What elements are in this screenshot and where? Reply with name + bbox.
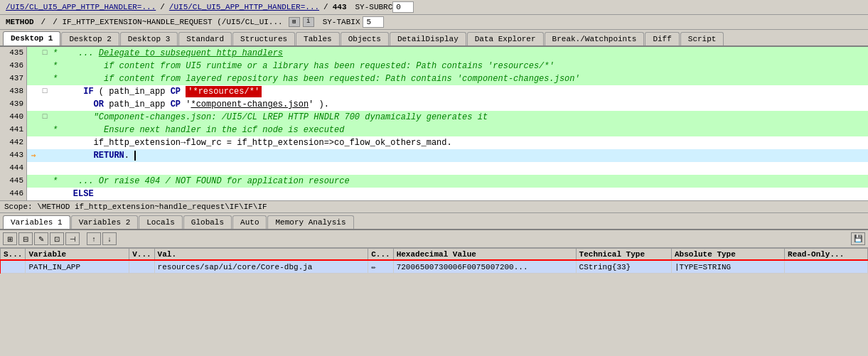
line-num-446: 446	[0, 188, 27, 200]
tab-desktop2[interactable]: Desktop 2	[61, 32, 119, 45]
code-area: 435 □ * ... Delegate to subsequent http …	[0, 47, 868, 201]
line-content-439: OR path_in_app CP '*component-changes.js…	[50, 98, 868, 111]
col-hex: Hexadecimal Value	[393, 249, 576, 261]
variables-panel: S... Variable V... Val. C... Hexadecimal…	[0, 248, 868, 274]
line-content-443: RETURN.	[50, 149, 868, 162]
code-line-436: 436 * if content from UI5 runtime or a l…	[0, 60, 868, 72]
col-c: C...	[368, 249, 393, 261]
var-cell-s	[1, 261, 26, 274]
toolbar-btn-4[interactable]: ⊡	[50, 232, 64, 245]
line-num-445: 445	[0, 175, 27, 188]
tab-desktop3[interactable]: Desktop 3	[120, 32, 178, 45]
desktop-tabs: Desktop 1 Desktop 2 Desktop 3 Standard S…	[0, 30, 868, 47]
field2-label: SY-TABIX	[323, 18, 360, 26]
line-content-444	[50, 162, 868, 175]
line-expand-435: □	[40, 47, 50, 60]
line-expand-439	[40, 98, 50, 111]
line-marker-440	[27, 111, 40, 124]
tab-breakwatchpoints[interactable]: Break./Watchpoints	[545, 32, 645, 45]
breadcrumb-path1[interactable]: /UI5/CL_UI5_APP_HTTP_HANDLER=...	[3, 2, 159, 12]
tab-globals[interactable]: Globals	[183, 215, 232, 229]
toolbar-btn-2[interactable]: ⊟	[18, 232, 33, 245]
code-line-444: 444	[0, 162, 868, 175]
line-expand-446	[40, 188, 50, 200]
toolbar-btn-7[interactable]: ↓	[102, 232, 117, 245]
line-marker-438	[27, 85, 40, 98]
line-marker-441	[27, 124, 40, 136]
var-cell-val: resources/sap/ui/core/Core-dbg.ja	[154, 261, 368, 274]
toolbar-btn-5[interactable]: ⊣	[65, 232, 80, 245]
breadcrumb-bar: /UI5/CL_UI5_APP_HTTP_HANDLER=... / /UI5/…	[0, 0, 868, 15]
line-num-439: 439	[0, 98, 27, 111]
tab-detaildisplay[interactable]: DetailDisplay	[390, 32, 466, 45]
line-expand-442	[40, 136, 50, 149]
var-header-row: S... Variable V... Val. C... Hexadecimal…	[1, 249, 868, 261]
var-cell-c[interactable]: ✏	[368, 261, 393, 274]
line-content-437: * if content from layered repository has…	[50, 72, 868, 85]
toolbar-btn-1[interactable]: ⊞	[3, 232, 17, 245]
tab-tables[interactable]: Tables	[296, 32, 340, 45]
tab-dataexplorer[interactable]: Data Explorer	[467, 32, 544, 45]
line-expand-444	[40, 162, 50, 175]
method-icon2: i	[303, 17, 314, 27]
line-expand-437	[40, 72, 50, 85]
line-marker-436	[27, 60, 40, 72]
line-expand-445	[40, 175, 50, 188]
line-expand-441	[40, 124, 50, 136]
line-num-444: 444	[0, 162, 27, 175]
tab-variables1[interactable]: Variables 1	[3, 215, 70, 229]
line-marker-437	[27, 72, 40, 85]
code-line-442: 442 if_http_extension→flow_rc = if_http_…	[0, 136, 868, 149]
line-arrow-443: ⇒	[27, 149, 40, 162]
tab-diff[interactable]: Diff	[645, 32, 679, 45]
bottom-tabs: Variables 1 Variables 2 Locals Globals A…	[0, 213, 868, 230]
col-s: S...	[1, 249, 26, 261]
method-label: METHOD	[3, 18, 37, 26]
tab-script[interactable]: Script	[680, 32, 724, 45]
line-num-435: 435	[0, 47, 27, 60]
line-expand-436	[40, 60, 50, 72]
tab-variables2[interactable]: Variables 2	[71, 215, 139, 229]
code-line-438: 438 □ IF ( path_in_app CP '*resources/*'	[0, 85, 868, 98]
line-num-440: 440	[0, 111, 27, 124]
line-content-436: * if content from UI5 runtime or a libra…	[50, 60, 868, 72]
toolbar-btn-3[interactable]: ✎	[34, 232, 48, 245]
code-line-440: 440 □ "Component-changes.json: /UI5/CL L…	[0, 111, 868, 124]
method-path: / IF_HTTP_EXTENSION~HANDLE_REQUEST (/UI5…	[50, 18, 285, 26]
var-row-path-in-app[interactable]: PATH_IN_APP resources/sap/ui/core/Core-d…	[1, 261, 868, 274]
toolbar-save: 💾	[851, 232, 865, 245]
line-marker-444	[27, 162, 40, 175]
var-cell-ro	[785, 261, 868, 274]
variables-table: S... Variable V... Val. C... Hexadecimal…	[0, 248, 868, 274]
tab-locals[interactable]: Locals	[139, 215, 183, 229]
tab-structures[interactable]: Structures	[232, 32, 295, 45]
bottom-toolbar: ⊞ ⊟ ✎ ⊡ ⊣ ↑ ↓ 💾	[0, 230, 868, 248]
toolbar-btn-6[interactable]: ↑	[87, 232, 101, 245]
col-variable: Variable	[26, 249, 129, 261]
field1-label: SY-SUBRC	[355, 3, 393, 11]
line-expand-438: □	[40, 85, 50, 98]
tab-auto[interactable]: Auto	[232, 215, 267, 229]
line-content-445: * ... Or raise 404 / NOT FOUND for appli…	[50, 175, 868, 188]
code-line-437: 437 * if content from layered repository…	[0, 72, 868, 85]
tab-memory-analysis[interactable]: Memory Analysis	[267, 215, 353, 229]
line-marker-439	[27, 98, 40, 111]
code-line-446: 446 ELSE	[0, 188, 868, 200]
method-bar: METHOD / / IF_HTTP_EXTENSION~HANDLE_REQU…	[0, 15, 868, 30]
tab-standard[interactable]: Standard	[178, 32, 232, 45]
line-marker-435	[27, 47, 40, 60]
line-marker-445	[27, 175, 40, 188]
breadcrumb-sep1: /	[159, 3, 166, 11]
line-expand-440: □	[40, 111, 50, 124]
line-content-440: "Component-changes.json: /UI5/CL LREP HT…	[50, 111, 868, 124]
tab-objects[interactable]: Objects	[341, 32, 389, 45]
line-num-441: 441	[0, 124, 27, 136]
tab-desktop1[interactable]: Desktop 1	[3, 31, 60, 45]
line-expand-443	[40, 149, 50, 162]
line-marker-446	[27, 188, 40, 200]
col-abs: Absolute Type	[672, 249, 785, 261]
line-content-441: * Ensure next handler in the icf node is…	[50, 124, 868, 136]
code-line-443: 443 ⇒ RETURN.	[0, 149, 868, 162]
line-content-435: * ... Delegate to subsequent http handle…	[50, 47, 868, 60]
breadcrumb-path2[interactable]: /UI5/CL_UI5_APP_HTTP_HANDLER=...	[166, 2, 322, 12]
